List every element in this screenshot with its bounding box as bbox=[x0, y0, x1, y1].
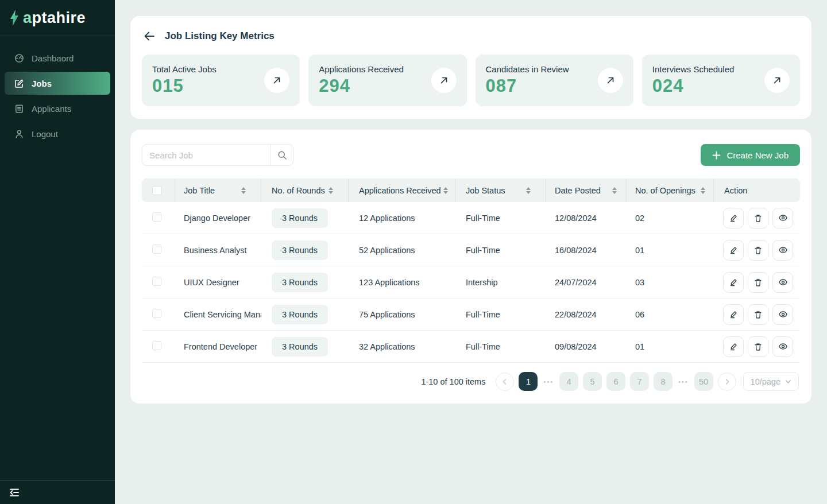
collapse-sidebar-icon[interactable] bbox=[9, 487, 20, 498]
rounds-cell: 3 Rounds bbox=[261, 241, 349, 260]
sort-icon bbox=[443, 187, 448, 194]
rounds-cell: 3 Rounds bbox=[261, 273, 349, 292]
chevron-right-icon bbox=[724, 378, 731, 385]
table-row: Django Developer 3 Rounds 12 Application… bbox=[142, 202, 800, 234]
job-title-cell: Django Developer bbox=[175, 214, 261, 223]
create-new-job-button[interactable]: Create New Job bbox=[701, 144, 800, 166]
rounds-badge: 3 Rounds bbox=[272, 305, 328, 324]
back-arrow-icon[interactable] bbox=[143, 30, 156, 42]
pencil-icon bbox=[729, 278, 738, 287]
date-posted-cell: 22/08/2024 bbox=[546, 310, 627, 319]
row-checkbox[interactable] bbox=[152, 309, 161, 318]
row-checkbox[interactable] bbox=[152, 245, 161, 254]
trash-icon bbox=[753, 310, 763, 319]
pencil-icon bbox=[729, 246, 738, 255]
delete-job-button[interactable] bbox=[748, 272, 768, 293]
delete-job-button[interactable] bbox=[748, 304, 768, 325]
sidebar-footer bbox=[0, 480, 115, 504]
row-checkbox-cell bbox=[142, 245, 175, 255]
rounds-cell: 3 Rounds bbox=[261, 305, 349, 324]
view-job-button[interactable] bbox=[772, 240, 793, 261]
sidebar-item-logout[interactable]: Logout bbox=[0, 122, 115, 145]
job-status-cell: Full-Time bbox=[455, 310, 546, 319]
column-header-job-status[interactable]: Job Status bbox=[455, 179, 546, 202]
page-size-select[interactable]: 10/page bbox=[743, 372, 799, 391]
column-header-no-of-rounds[interactable]: No. of Rounds bbox=[261, 179, 349, 202]
actions-cell bbox=[714, 240, 800, 261]
open-metric-button[interactable] bbox=[764, 68, 790, 93]
column-header-applications-received[interactable]: Applications Received bbox=[349, 179, 455, 202]
edit-job-button[interactable] bbox=[723, 208, 744, 228]
pencil-icon bbox=[729, 342, 738, 351]
actions-cell bbox=[714, 272, 800, 293]
select-all-cell bbox=[142, 179, 175, 202]
delete-job-button[interactable] bbox=[748, 336, 768, 357]
previous-page-button[interactable] bbox=[496, 373, 514, 391]
search-icon[interactable] bbox=[270, 144, 293, 166]
rounds-cell: 3 Rounds bbox=[261, 208, 349, 228]
table-row: UIUX Designer 3 Rounds 123 Applications … bbox=[142, 266, 800, 298]
sidebar-item-label: Applicants bbox=[32, 104, 71, 114]
column-header-no-of-openings[interactable]: No. of Openings bbox=[627, 179, 714, 202]
view-job-button[interactable] bbox=[772, 272, 793, 293]
column-header-date-posted[interactable]: Date Posted bbox=[546, 179, 627, 202]
pagination: 1-10 of 100 items 1 ••• 4 5 6 7 8 ••• 50… bbox=[142, 372, 800, 391]
date-posted-cell: 12/08/2024 bbox=[546, 214, 627, 223]
page-button[interactable]: 5 bbox=[583, 372, 602, 391]
actions-cell bbox=[714, 336, 800, 357]
open-metric-button[interactable] bbox=[264, 68, 289, 93]
view-job-button[interactable] bbox=[772, 304, 793, 325]
column-header-job-title[interactable]: Job Title bbox=[175, 179, 261, 202]
openings-cell: 01 bbox=[627, 246, 714, 255]
page-button[interactable]: 8 bbox=[654, 372, 673, 391]
lightning-bolt-icon bbox=[8, 9, 21, 27]
date-posted-cell: 09/08/2024 bbox=[546, 342, 627, 351]
metrics-row: Total Active Jobs 015 Applications Recei… bbox=[142, 55, 800, 106]
applications-cell: 123 Applications bbox=[349, 278, 455, 287]
edit-job-button[interactable] bbox=[723, 272, 744, 293]
edit-job-button[interactable] bbox=[723, 304, 744, 325]
page-button-last[interactable]: 50 bbox=[694, 372, 713, 391]
arrow-up-right-icon bbox=[439, 75, 449, 86]
open-metric-button[interactable] bbox=[431, 68, 457, 93]
view-job-button[interactable] bbox=[772, 208, 793, 228]
arrow-up-right-icon bbox=[272, 75, 282, 86]
pagination-summary: 1-10 of 100 items bbox=[421, 377, 485, 386]
row-checkbox[interactable] bbox=[152, 212, 161, 222]
sidebar-item-applicants[interactable]: Applicants bbox=[0, 97, 115, 120]
metric-card-candidates-in-review: Candidates in Review 087 bbox=[476, 55, 633, 106]
openings-cell: 01 bbox=[627, 342, 714, 351]
edit-job-button[interactable] bbox=[723, 240, 744, 261]
job-status-cell: Intership bbox=[455, 278, 546, 287]
sidebar-item-jobs[interactable]: Jobs bbox=[5, 72, 110, 95]
trash-icon bbox=[753, 342, 763, 351]
page-button[interactable]: 7 bbox=[630, 372, 649, 391]
sidebar-item-label: Dashbaord bbox=[32, 53, 74, 63]
row-checkbox[interactable] bbox=[152, 277, 161, 286]
applications-cell: 75 Applications bbox=[349, 310, 455, 319]
sort-icon bbox=[526, 187, 531, 194]
open-metric-button[interactable] bbox=[598, 68, 623, 93]
trash-icon bbox=[753, 214, 763, 223]
select-all-checkbox[interactable] bbox=[152, 186, 161, 195]
chevron-left-icon bbox=[501, 378, 508, 385]
rounds-badge: 3 Rounds bbox=[272, 241, 328, 260]
delete-job-button[interactable] bbox=[748, 208, 768, 228]
edit-job-button[interactable] bbox=[723, 336, 744, 357]
metric-card-total-active-jobs: Total Active Jobs 015 bbox=[142, 55, 300, 106]
sidebar-item-dashboard[interactable]: Dashbaord bbox=[0, 46, 115, 69]
view-job-button[interactable] bbox=[772, 336, 793, 357]
next-page-button[interactable] bbox=[718, 373, 736, 391]
pencil-icon bbox=[729, 310, 738, 319]
page-button[interactable]: 4 bbox=[559, 372, 578, 391]
search-input[interactable] bbox=[142, 150, 270, 160]
sort-icon bbox=[612, 187, 617, 194]
page-button[interactable]: 6 bbox=[606, 372, 625, 391]
page-button-current[interactable]: 1 bbox=[519, 372, 538, 391]
openings-cell: 06 bbox=[627, 310, 714, 319]
rounds-badge: 3 Rounds bbox=[272, 337, 328, 356]
row-checkbox[interactable] bbox=[152, 341, 161, 350]
pencil-icon bbox=[729, 214, 738, 223]
sort-icon bbox=[241, 187, 246, 194]
delete-job-button[interactable] bbox=[748, 240, 768, 261]
